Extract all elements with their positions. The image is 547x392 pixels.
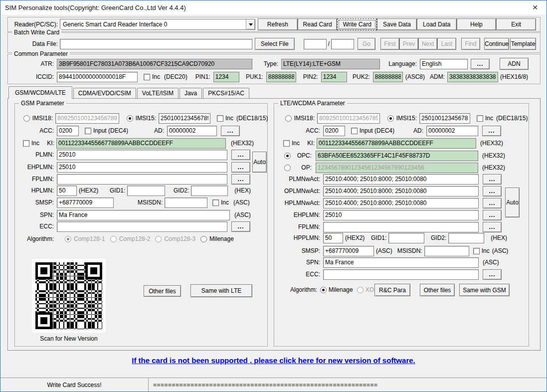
gsm-spn-input[interactable]	[57, 210, 230, 220]
lte-op-radio[interactable]	[284, 165, 291, 171]
lte-ki-input[interactable]	[317, 138, 476, 149]
gsm-imsi15-input[interactable]	[159, 113, 210, 124]
gsm-other-files-button[interactable]: Other files	[144, 285, 181, 297]
lte-acc-input-checkbox[interactable]	[351, 128, 358, 134]
lte-ehplmn-more-button[interactable]: ...	[483, 210, 502, 220]
reader-select[interactable]: Generic Smart Card Reader Interface 0	[60, 19, 255, 30]
gsm-acc-input[interactable]	[57, 126, 79, 136]
save-data-button[interactable]: Save Data	[377, 18, 417, 30]
gsm-hplmn-input[interactable]	[57, 186, 77, 196]
lte-msisdn-input[interactable]	[424, 246, 469, 256]
lte-hplmnwact-input[interactable]	[323, 198, 479, 208]
lte-ecc-input[interactable]	[323, 269, 479, 280]
gsm-plmn-more-button[interactable]: ...	[231, 150, 250, 160]
gsm-fplmn-input[interactable]	[57, 174, 227, 185]
pin2-input[interactable]	[321, 72, 347, 82]
gsm-plmn-input[interactable]	[57, 150, 227, 160]
data-file-input[interactable]	[60, 39, 252, 49]
gsm-auto-button[interactable]: Auto	[252, 152, 267, 173]
record-index-input[interactable]	[304, 39, 327, 49]
gsm-algo-milenage-radio[interactable]	[200, 236, 207, 242]
help-button[interactable]: Help	[457, 18, 497, 30]
go-button[interactable]: Go	[358, 38, 375, 50]
lte-oplmnwact-input[interactable]	[323, 186, 479, 196]
lte-ki-inc-checkbox[interactable]	[283, 140, 290, 147]
lte-plmnwact-input[interactable]	[323, 174, 479, 185]
last-button[interactable]: Last	[437, 38, 456, 50]
gsm-ad-more-button[interactable]: ...	[221, 126, 240, 136]
iccid-input[interactable]	[57, 72, 138, 82]
lte-spn-input[interactable]	[323, 257, 479, 268]
puk1-input[interactable]	[266, 72, 296, 82]
select-file-button[interactable]: Select File	[255, 38, 295, 50]
tab-volte-isim[interactable]: VoLTE/ISIM	[137, 88, 179, 98]
lte-imsi18-radio[interactable]	[285, 115, 292, 122]
gsm-ecc-more-button[interactable]: ...	[231, 221, 250, 232]
find-button[interactable]: Find	[461, 38, 480, 50]
new-version-link[interactable]: If the card is not been supported , plea…	[132, 356, 415, 365]
tab-pkcs15-ac[interactable]: PKCS#15/AC	[203, 88, 249, 98]
gsm-msisdn-input[interactable]	[165, 197, 207, 208]
lte-opc-input[interactable]	[316, 151, 478, 161]
lte-opc-radio[interactable]	[284, 153, 291, 159]
adn-button[interactable]: ADN	[500, 58, 529, 70]
dropdown-arrow-icon[interactable]	[246, 19, 255, 29]
lte-ecc-more-button[interactable]: ...	[483, 269, 502, 280]
lte-imsi15-radio[interactable]	[387, 115, 394, 122]
gsm-ad-input[interactable]	[167, 126, 217, 136]
template-button[interactable]: Template	[510, 38, 536, 50]
continue-button[interactable]: Continue	[484, 38, 509, 50]
lte-other-files-button[interactable]: Other files	[420, 284, 455, 296]
iccid-inc-checkbox[interactable]	[144, 74, 150, 80]
tab-cdma-evdo-csim[interactable]: CDMA/EVDO/CSIM	[73, 88, 136, 98]
lte-imsi-inc-checkbox[interactable]	[477, 115, 483, 122]
lte-gid1-input[interactable]	[388, 233, 424, 243]
lte-fplmn-input[interactable]	[323, 222, 479, 232]
gsm-gid1-input[interactable]	[127, 186, 165, 196]
lte-ad-input[interactable]	[426, 126, 478, 136]
lte-ehplmn-input[interactable]	[323, 210, 479, 220]
tab-gsm-wcdma-lte[interactable]: GSM/WCDMA/LTE	[8, 86, 72, 99]
lte-same-with-gsm-button[interactable]: Same with GSM	[459, 284, 510, 296]
puk2-input[interactable]	[373, 72, 403, 82]
lte-fplmn-more-button[interactable]: ...	[483, 222, 502, 232]
lte-ad-more-button[interactable]: ...	[482, 126, 501, 136]
lte-oplmnwact-more-button[interactable]: ...	[483, 186, 502, 196]
lte-imsi15-input[interactable]	[419, 113, 470, 124]
first-button[interactable]: First	[380, 38, 399, 50]
lte-gid2-input[interactable]	[448, 233, 484, 243]
gsm-smsp-input[interactable]	[57, 197, 114, 208]
language-input[interactable]	[420, 59, 468, 69]
read-card-button[interactable]: Read Card	[298, 18, 338, 30]
load-data-button[interactable]: Load Data	[417, 18, 457, 30]
adm-input[interactable]	[447, 72, 498, 82]
language-more-button[interactable]: ...	[471, 59, 490, 69]
gsm-ehplmn-more-button[interactable]: ...	[231, 162, 250, 173]
record-total-input[interactable]	[331, 39, 354, 49]
gsm-ehplmn-input[interactable]	[57, 162, 227, 173]
gsm-imsi18-radio[interactable]	[23, 115, 30, 122]
lte-smsp-input[interactable]	[323, 246, 374, 256]
exit-button[interactable]: Exit	[496, 18, 536, 30]
gsm-acc-input-checkbox[interactable]	[85, 128, 91, 134]
next-button[interactable]: Next	[418, 38, 437, 50]
prev-button[interactable]: Prev	[399, 38, 418, 50]
lte-plmnwact-more-button[interactable]: ...	[483, 174, 502, 185]
gsm-imsi15-radio[interactable]	[127, 115, 133, 122]
close-icon[interactable]: ✕	[524, 0, 547, 14]
gsm-ecc-input[interactable]	[57, 221, 227, 232]
lte-hpplmn-input[interactable]	[323, 233, 343, 243]
write-card-button[interactable]: Write Card	[337, 18, 377, 30]
tab-java[interactable]: Java	[180, 88, 202, 98]
lte-hplmnwact-more-button[interactable]: ...	[483, 198, 502, 208]
gsm-msisdn-inc-checkbox[interactable]	[212, 199, 219, 206]
gsm-fplmn-more-button[interactable]: ...	[231, 174, 250, 185]
lte-acc-input[interactable]	[323, 126, 345, 136]
lte-algo-milenage-radio[interactable]	[320, 287, 327, 293]
pin1-input[interactable]	[213, 72, 239, 82]
gsm-ki-inc-checkbox[interactable]	[23, 140, 29, 147]
lte-msisdn-inc-checkbox[interactable]	[473, 248, 480, 254]
gsm-ki-input[interactable]	[56, 138, 226, 149]
gsm-same-with-lte-button[interactable]: Same with LTE	[190, 284, 252, 297]
refresh-button[interactable]: Refresh	[258, 18, 298, 30]
